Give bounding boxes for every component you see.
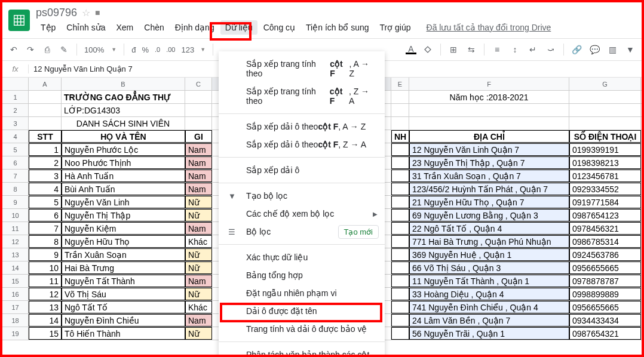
cell[interactable] [391,196,409,208]
fill-color-icon[interactable] [422,44,433,55]
redo-icon[interactable]: ↷ [25,44,36,55]
cell[interactable]: 8 [29,235,62,248]
menu-sort-range-za[interactable]: Sắp xếp dải ô theo cột F, Z → A [219,136,385,153]
num-format[interactable]: 123 [181,45,194,54]
cell[interactable]: 21 Nguyễn Hữu Thọ , Quận 7 [409,196,569,208]
cell[interactable]: 33 Hoàng Diệu , Quận 4 [409,288,569,300]
cell[interactable]: 1 [29,143,62,156]
print-icon[interactable]: ⎙ [42,44,53,55]
row-header[interactable]: 11 [2,222,29,235]
cell[interactable]: 0987654321 [569,327,641,340]
cell[interactable]: Nữ [185,327,212,340]
row-header[interactable]: 18 [2,314,29,327]
cell[interactable]: Nữ [185,288,212,300]
cell[interactable]: Năm học :2018-2021 [409,91,569,103]
cell[interactable] [391,91,409,103]
menu-split-text[interactable]: Phân tách văn bản thành các cột [219,346,385,357]
menu-sort-range[interactable]: Sắp xếp dải ô [219,161,385,179]
cell[interactable]: Nữ [185,248,212,261]
borders-icon[interactable]: ⊞ [448,44,459,55]
cell[interactable]: Nam [185,222,212,235]
cell[interactable]: 12 [29,288,62,300]
menu-protect-sheets[interactable]: Trang tính và dải ô được bảo vệ [219,320,385,338]
cell[interactable]: Nam [185,143,212,156]
row-header[interactable]: 12 [2,235,29,248]
cell[interactable] [391,209,409,221]
menu-sort-range-az[interactable]: Sắp xếp dải ô theo cột F, A → Z [219,118,385,136]
cell[interactable] [391,170,409,182]
cell[interactable]: Nam [185,275,212,287]
row-header[interactable]: 16 [2,288,29,300]
cell[interactable]: Bùi Anh Tuấn [62,183,185,195]
comment-icon[interactable]: 💬 [589,44,600,55]
cell[interactable]: Noo Phước Thịnh [62,156,185,169]
menu-randomize[interactable]: Đặt ngẫu nhiên phạm vi [219,284,385,302]
cell[interactable] [185,117,212,130]
cell[interactable]: Khác [185,235,212,248]
text-color-icon[interactable]: A [406,45,416,54]
cell[interactable] [391,104,409,116]
paint-icon[interactable]: ✎ [59,44,69,55]
cell[interactable]: 14 [29,314,62,327]
row-header[interactable]: 9 [2,196,29,208]
menu-addons[interactable]: Tiện ích bổ sung [301,20,373,35]
cell[interactable]: 3 [29,170,62,182]
cell[interactable]: 31 Trần Xuân Soạn , Quận 7 [409,170,569,182]
cell[interactable] [391,143,409,156]
cell[interactable] [569,104,641,116]
row-header[interactable]: 1 [2,91,29,103]
cell[interactable] [391,275,409,287]
cell[interactable] [391,301,409,313]
row-header[interactable]: 3 [2,117,29,130]
document-title[interactable]: ps09796 [36,7,77,19]
valign-icon[interactable]: ↕ [510,44,520,55]
cell[interactable]: Hai Bà Trưng [62,261,185,274]
cell[interactable]: Nguyễn Đình Chiều [62,314,185,327]
row-header[interactable]: 19 [2,327,29,340]
cell[interactable] [391,117,409,130]
cell[interactable]: Nguyễn Tất Thành [62,275,185,287]
cell[interactable]: 0956655665 [569,261,641,274]
menu-format[interactable]: Định dạng [170,20,219,35]
cell[interactable]: 13 [29,301,62,313]
save-status[interactable]: Đã lưu tất cả thay đổi trong Drive [417,20,556,35]
cell[interactable]: 56 Nguyễn Trãi , Quận 1 [409,327,569,340]
halign-icon[interactable]: ≡ [492,44,502,55]
chart-icon[interactable]: ▥ [607,44,618,55]
dec-decrease[interactable]: .0 [155,46,160,53]
row-header[interactable]: 5 [2,143,29,156]
rotate-icon[interactable]: ⤻ [545,44,556,55]
menu-filter-views[interactable]: Các chế độ xem bộ lọc▶ [219,205,385,223]
cell[interactable]: Ngô Tất Tố [62,301,185,313]
cell[interactable] [391,288,409,300]
cell[interactable]: 0199399191 [569,143,641,156]
cell[interactable]: Nữ [185,196,212,208]
cell[interactable]: 369 Nguyễn Huệ , Quận 1 [409,248,569,261]
cell[interactable]: 15 [29,327,62,340]
cell[interactable]: Nguyễn Văn Linh [62,196,185,208]
cell[interactable]: Nam [185,183,212,195]
cell[interactable]: ĐỊA CHỈ [409,130,569,143]
cell[interactable]: Nam [185,170,212,182]
folder-icon[interactable]: ■ [95,8,100,17]
cell[interactable]: Nữ [185,209,212,221]
cell[interactable]: Hà Anh Tuấn [62,170,185,182]
cell[interactable]: TRƯỜNG CAO ĐẲNG THỰ [62,91,185,103]
cell[interactable]: NH [391,130,409,143]
cell[interactable] [569,91,641,103]
menu-data-validation[interactable]: Xác thực dữ liệu [219,248,385,266]
row-header[interactable]: 7 [2,170,29,182]
cell[interactable] [29,91,62,103]
cell[interactable]: 0986785314 [569,235,641,248]
new-filter-button[interactable]: Tạo mới [338,225,379,239]
row-header[interactable]: 10 [2,209,29,221]
select-all-corner[interactable] [2,78,29,90]
cell[interactable]: 0919771584 [569,196,641,208]
cell[interactable]: 6 [29,209,62,221]
menu-pivot[interactable]: Bảng tổng hợp [219,266,385,284]
cell[interactable]: Võ Thị Sáu [62,288,185,300]
cell[interactable]: 11 [29,275,62,287]
menu-view[interactable]: Xem [112,20,139,35]
merge-icon[interactable]: ⇆ [466,44,477,55]
cell[interactable] [391,222,409,235]
